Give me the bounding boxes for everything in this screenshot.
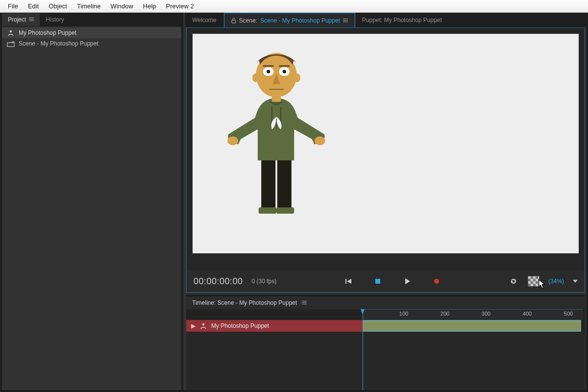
svg-marker-25: [405, 278, 410, 284]
svg-rect-24: [375, 279, 380, 284]
clapper-icon: [7, 40, 15, 47]
hamburger-icon[interactable]: [302, 301, 307, 305]
project-item-puppet[interactable]: My Photoshop Puppet: [2, 27, 181, 38]
hamburger-icon[interactable]: [29, 18, 34, 22]
transparency-toggle[interactable]: [528, 276, 539, 287]
refresh-button[interactable]: [508, 276, 519, 287]
ruler-tick: 100: [399, 311, 408, 317]
svg-rect-2: [232, 20, 236, 23]
svg-rect-4: [277, 157, 292, 208]
svg-rect-22: [345, 279, 346, 284]
zoom-percent[interactable]: (34%): [548, 278, 564, 285]
stop-button[interactable]: [372, 276, 383, 287]
track-name: My Photoshop Puppet: [211, 322, 269, 329]
svg-marker-23: [347, 279, 351, 284]
svg-point-17: [283, 70, 286, 73]
svg-point-7: [227, 136, 238, 145]
fps-readout: 0 (30 fps): [252, 278, 277, 285]
tab-history[interactable]: History: [40, 13, 70, 26]
project-item-label: My Photoshop Puppet: [19, 29, 76, 36]
svg-point-8: [315, 136, 325, 145]
scene-viewport: 00:00:00:00 0 (30 fps): [186, 27, 585, 293]
document-tabs: Welcome Scene: Scene - My Photoshop Pupp…: [185, 13, 586, 27]
tab-scene-prefix: Scene:: [239, 17, 257, 24]
menu-preview[interactable]: Preview 2: [161, 1, 199, 11]
menu-bar: File Edit Object Timeline Window Help Pr…: [0, 0, 588, 13]
menu-edit[interactable]: Edit: [23, 1, 44, 11]
svg-rect-19: [279, 65, 290, 67]
timeline-empty-area[interactable]: [186, 332, 585, 390]
timeline-panel: Timeline: Scene - My Photoshop Puppet 10…: [186, 294, 585, 390]
hamburger-icon[interactable]: [343, 19, 348, 23]
timeline-title: Timeline: Scene - My Photoshop Puppet: [192, 299, 297, 306]
lock-open-icon: [231, 18, 236, 24]
menu-timeline[interactable]: Timeline: [72, 1, 106, 11]
svg-point-27: [202, 323, 204, 325]
playback-bar: 00:00:00:00 0 (30 fps): [187, 270, 585, 292]
svg-rect-6: [276, 207, 294, 214]
menu-file[interactable]: File: [3, 1, 23, 11]
tab-scene-link: Scene - My Photoshop Puppet: [260, 17, 340, 24]
svg-rect-3: [261, 157, 275, 208]
expand-triangle-icon[interactable]: ▶: [191, 322, 196, 329]
menu-help[interactable]: Help: [138, 1, 161, 11]
timeline-ruler[interactable]: 100 200 300 400 500: [363, 309, 583, 320]
puppet-icon: [7, 29, 15, 36]
project-item-label: Scene - My Photoshop Puppet: [19, 40, 98, 47]
ruler-tick: 400: [523, 311, 532, 317]
svg-point-16: [267, 70, 270, 73]
play-button[interactable]: [402, 276, 413, 287]
svg-rect-5: [259, 207, 276, 214]
ruler-tick: 200: [441, 311, 449, 317]
scene-stage[interactable]: [193, 34, 579, 253]
tab-project[interactable]: Project: [2, 13, 40, 26]
project-item-scene[interactable]: Scene - My Photoshop Puppet: [2, 38, 181, 49]
tab-puppet[interactable]: Puppet: My Photoshop Puppet: [355, 13, 449, 27]
puppet-icon: [199, 322, 207, 329]
go-to-start-button[interactable]: [343, 276, 354, 287]
tab-scene-active[interactable]: Scene: Scene - My Photoshop Puppet: [224, 13, 355, 27]
ruler-tick: 500: [564, 311, 573, 317]
track-clip[interactable]: [363, 320, 581, 332]
tab-welcome[interactable]: Welcome: [185, 13, 224, 27]
svg-point-12: [252, 74, 259, 82]
menu-object[interactable]: Object: [44, 1, 72, 11]
zoom-dropdown-icon[interactable]: [573, 280, 578, 283]
timeline-track-row: ▶ My Photoshop Puppet: [186, 320, 583, 332]
svg-point-26: [434, 279, 439, 284]
svg-rect-18: [263, 65, 274, 67]
ruler-tick: 300: [482, 311, 490, 317]
svg-rect-1: [7, 43, 14, 47]
project-panel: Project History My Photoshop Puppet Scen…: [2, 13, 183, 390]
record-button[interactable]: [431, 276, 442, 287]
svg-point-13: [294, 74, 300, 82]
tab-project-label: Project: [8, 16, 26, 23]
menu-window[interactable]: Window: [106, 1, 138, 11]
svg-point-0: [10, 30, 12, 32]
playhead[interactable]: [363, 309, 363, 390]
timecode: 00:00:00:00: [194, 276, 243, 287]
track-label[interactable]: ▶ My Photoshop Puppet: [186, 320, 363, 332]
puppet-character: [205, 39, 347, 232]
